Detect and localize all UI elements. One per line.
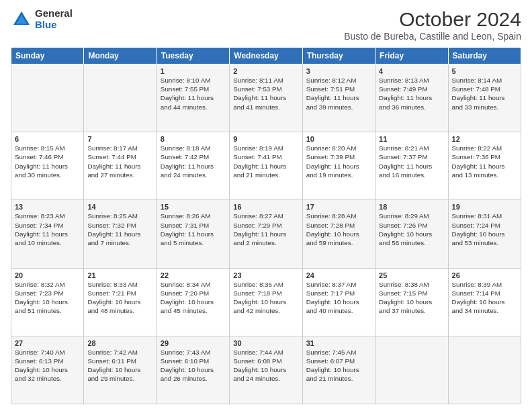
day-info: Sunrise: 8:13 AM Sunset: 7:49 PM Dayligh… xyxy=(379,76,444,111)
day-info: Sunrise: 8:27 AM Sunset: 7:29 PM Dayligh… xyxy=(233,212,298,247)
day-number: 28 xyxy=(87,339,152,347)
day-number: 25 xyxy=(379,271,444,279)
day-info: Sunrise: 8:26 AM Sunset: 7:31 PM Dayligh… xyxy=(161,212,226,247)
calendar-cell: 15Sunrise: 8:26 AM Sunset: 7:31 PM Dayli… xyxy=(157,200,229,268)
calendar-cell: 17Sunrise: 8:28 AM Sunset: 7:28 PM Dayli… xyxy=(302,200,375,268)
day-number: 9 xyxy=(233,135,298,143)
week-row-1: 6Sunrise: 8:15 AM Sunset: 7:46 PM Daylig… xyxy=(11,132,521,200)
day-number: 16 xyxy=(233,203,298,211)
day-info: Sunrise: 8:28 AM Sunset: 7:28 PM Dayligh… xyxy=(306,212,371,247)
header-day-sunday: Sunday xyxy=(11,48,84,64)
day-number: 8 xyxy=(161,135,226,143)
day-info: Sunrise: 8:22 AM Sunset: 7:36 PM Dayligh… xyxy=(452,144,517,179)
header-day-wednesday: Wednesday xyxy=(230,48,302,64)
day-number: 7 xyxy=(87,135,152,143)
calendar-cell xyxy=(375,336,448,404)
calendar-cell: 1Sunrise: 8:10 AM Sunset: 7:55 PM Daylig… xyxy=(157,64,229,132)
day-number: 6 xyxy=(15,135,80,143)
calendar-cell: 14Sunrise: 8:25 AM Sunset: 7:32 PM Dayli… xyxy=(84,200,157,268)
day-info: Sunrise: 8:11 AM Sunset: 7:53 PM Dayligh… xyxy=(233,76,298,111)
day-number: 17 xyxy=(306,203,371,211)
month-title: October 2024 xyxy=(344,8,521,31)
day-number: 19 xyxy=(452,203,517,211)
calendar-cell: 3Sunrise: 8:12 AM Sunset: 7:51 PM Daylig… xyxy=(302,64,375,132)
calendar-cell: 10Sunrise: 8:20 AM Sunset: 7:39 PM Dayli… xyxy=(302,132,375,200)
day-info: Sunrise: 8:37 AM Sunset: 7:17 PM Dayligh… xyxy=(306,280,371,316)
day-number: 3 xyxy=(306,67,371,75)
calendar-cell: 26Sunrise: 8:39 AM Sunset: 7:14 PM Dayli… xyxy=(448,268,521,336)
calendar-cell: 6Sunrise: 8:15 AM Sunset: 7:46 PM Daylig… xyxy=(11,132,84,200)
day-number: 4 xyxy=(379,67,444,75)
day-info: Sunrise: 7:42 AM Sunset: 6:11 PM Dayligh… xyxy=(87,348,152,383)
day-info: Sunrise: 8:34 AM Sunset: 7:20 PM Dayligh… xyxy=(161,280,226,316)
page: General Blue October 2024 Busto de Bureb… xyxy=(0,0,532,411)
day-info: Sunrise: 8:31 AM Sunset: 7:24 PM Dayligh… xyxy=(452,212,517,247)
header-day-friday: Friday xyxy=(375,48,448,64)
day-info: Sunrise: 8:19 AM Sunset: 7:41 PM Dayligh… xyxy=(233,144,298,179)
logo-blue: Blue xyxy=(35,19,73,31)
day-number: 13 xyxy=(15,203,80,211)
day-info: Sunrise: 7:44 AM Sunset: 6:08 PM Dayligh… xyxy=(233,348,298,383)
calendar-cell: 21Sunrise: 8:33 AM Sunset: 7:21 PM Dayli… xyxy=(84,268,157,336)
header-day-monday: Monday xyxy=(84,48,157,64)
header-day-saturday: Saturday xyxy=(448,48,521,64)
calendar-cell: 31Sunrise: 7:45 AM Sunset: 6:07 PM Dayli… xyxy=(302,336,375,404)
day-number: 31 xyxy=(306,339,371,347)
day-info: Sunrise: 8:12 AM Sunset: 7:51 PM Dayligh… xyxy=(306,76,371,111)
day-info: Sunrise: 8:32 AM Sunset: 7:23 PM Dayligh… xyxy=(15,280,80,316)
day-number: 21 xyxy=(87,271,152,279)
calendar-cell: 12Sunrise: 8:22 AM Sunset: 7:36 PM Dayli… xyxy=(448,132,521,200)
day-number: 24 xyxy=(306,271,371,279)
day-info: Sunrise: 8:23 AM Sunset: 7:34 PM Dayligh… xyxy=(15,212,80,247)
day-number: 10 xyxy=(306,135,371,143)
day-number: 23 xyxy=(233,271,298,279)
day-number: 26 xyxy=(452,271,517,279)
day-info: Sunrise: 8:39 AM Sunset: 7:14 PM Dayligh… xyxy=(452,280,517,316)
calendar-cell: 30Sunrise: 7:44 AM Sunset: 6:08 PM Dayli… xyxy=(230,336,302,404)
calendar-cell: 19Sunrise: 8:31 AM Sunset: 7:24 PM Dayli… xyxy=(448,200,521,268)
day-info: Sunrise: 8:25 AM Sunset: 7:32 PM Dayligh… xyxy=(87,212,152,247)
calendar-cell: 2Sunrise: 8:11 AM Sunset: 7:53 PM Daylig… xyxy=(230,64,302,132)
day-number: 15 xyxy=(161,203,226,211)
day-info: Sunrise: 7:43 AM Sunset: 6:10 PM Dayligh… xyxy=(161,348,226,383)
calendar-cell: 8Sunrise: 8:18 AM Sunset: 7:42 PM Daylig… xyxy=(157,132,229,200)
calendar-cell xyxy=(11,64,84,132)
week-row-0: 1Sunrise: 8:10 AM Sunset: 7:55 PM Daylig… xyxy=(11,64,521,132)
day-info: Sunrise: 8:18 AM Sunset: 7:42 PM Dayligh… xyxy=(161,144,226,179)
calendar-table: SundayMondayTuesdayWednesdayThursdayFrid… xyxy=(11,47,521,404)
day-number: 5 xyxy=(452,67,517,75)
day-number: 12 xyxy=(452,135,517,143)
day-number: 2 xyxy=(233,67,298,75)
calendar-cell xyxy=(448,336,521,404)
header: General Blue October 2024 Busto de Bureb… xyxy=(11,8,521,42)
day-info: Sunrise: 8:17 AM Sunset: 7:44 PM Dayligh… xyxy=(87,144,152,179)
week-row-2: 13Sunrise: 8:23 AM Sunset: 7:34 PM Dayli… xyxy=(11,200,521,268)
logo: General Blue xyxy=(11,8,73,30)
calendar-cell: 22Sunrise: 8:34 AM Sunset: 7:20 PM Dayli… xyxy=(157,268,229,336)
calendar-cell: 20Sunrise: 8:32 AM Sunset: 7:23 PM Dayli… xyxy=(11,268,84,336)
logo-icon xyxy=(11,9,32,30)
day-number: 22 xyxy=(161,271,226,279)
day-info: Sunrise: 8:14 AM Sunset: 7:48 PM Dayligh… xyxy=(452,76,517,111)
day-info: Sunrise: 8:21 AM Sunset: 7:37 PM Dayligh… xyxy=(379,144,444,179)
location: Busto de Bureba, Castille and Leon, Spai… xyxy=(344,31,521,42)
calendar-cell: 25Sunrise: 8:38 AM Sunset: 7:15 PM Dayli… xyxy=(375,268,448,336)
header-day-tuesday: Tuesday xyxy=(157,48,229,64)
header-day-thursday: Thursday xyxy=(302,48,375,64)
calendar-cell: 24Sunrise: 8:37 AM Sunset: 7:17 PM Dayli… xyxy=(302,268,375,336)
logo-general: General xyxy=(35,8,73,19)
day-number: 14 xyxy=(87,203,152,211)
calendar-header: SundayMondayTuesdayWednesdayThursdayFrid… xyxy=(11,48,521,64)
day-number: 27 xyxy=(15,339,80,347)
calendar-cell: 18Sunrise: 8:29 AM Sunset: 7:26 PM Dayli… xyxy=(375,200,448,268)
day-number: 20 xyxy=(15,271,80,279)
week-row-4: 27Sunrise: 7:40 AM Sunset: 6:13 PM Dayli… xyxy=(11,336,521,404)
calendar-cell: 13Sunrise: 8:23 AM Sunset: 7:34 PM Dayli… xyxy=(11,200,84,268)
day-info: Sunrise: 8:15 AM Sunset: 7:46 PM Dayligh… xyxy=(15,144,80,179)
calendar-cell: 28Sunrise: 7:42 AM Sunset: 6:11 PM Dayli… xyxy=(84,336,157,404)
day-number: 30 xyxy=(233,339,298,347)
calendar-body: 1Sunrise: 8:10 AM Sunset: 7:55 PM Daylig… xyxy=(11,64,521,404)
calendar-cell: 4Sunrise: 8:13 AM Sunset: 7:49 PM Daylig… xyxy=(375,64,448,132)
calendar-cell: 29Sunrise: 7:43 AM Sunset: 6:10 PM Dayli… xyxy=(157,336,229,404)
day-info: Sunrise: 7:45 AM Sunset: 6:07 PM Dayligh… xyxy=(306,348,371,383)
